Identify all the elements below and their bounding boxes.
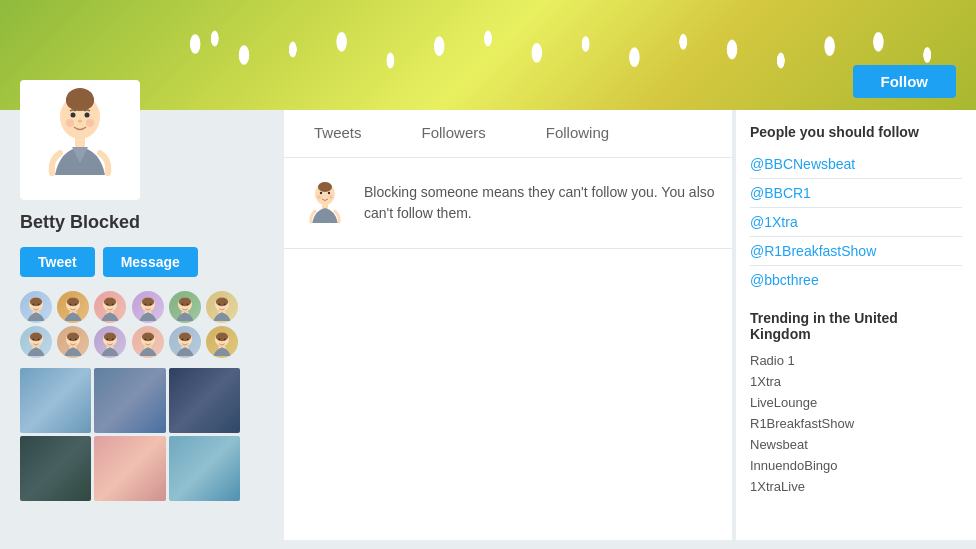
- svg-point-42: [33, 339, 35, 341]
- photo-cell-3: [169, 368, 240, 433]
- svg-point-37: [218, 304, 220, 306]
- svg-point-62: [181, 339, 183, 341]
- trending-item-1xtra[interactable]: 1Xtra: [750, 371, 962, 392]
- photo-cell-2: [94, 368, 165, 433]
- mini-avatar-3: [94, 291, 126, 323]
- mini-avatar-10: [132, 326, 164, 358]
- mini-avatar-9: [94, 326, 126, 358]
- svg-point-17: [70, 304, 72, 306]
- svg-point-46: [67, 332, 79, 341]
- mini-avatar-11: [169, 326, 201, 358]
- trending-item-livelounge[interactable]: LiveLounge: [750, 392, 962, 413]
- main-layout: Betty Blocked Tweet Message: [0, 110, 976, 540]
- svg-point-38: [224, 304, 226, 306]
- svg-point-51: [104, 332, 116, 341]
- svg-point-26: [141, 297, 153, 306]
- svg-point-3: [66, 91, 94, 111]
- mini-avatar-8: [57, 326, 89, 358]
- svg-point-6: [78, 120, 82, 123]
- svg-point-31: [179, 297, 191, 306]
- mini-avatar-12: [206, 326, 238, 358]
- svg-point-32: [181, 304, 183, 306]
- sidebar-handle-bbcr1[interactable]: @BBCR1: [750, 179, 962, 208]
- svg-point-75: [328, 192, 330, 194]
- svg-point-66: [216, 332, 228, 341]
- tweet-button[interactable]: Tweet: [20, 247, 95, 277]
- svg-point-5: [85, 113, 90, 118]
- tab-followers[interactable]: Followers: [392, 110, 516, 157]
- svg-point-36: [216, 297, 228, 306]
- follow-section-title: People you should follow: [750, 124, 962, 140]
- message-button[interactable]: Message: [103, 247, 198, 277]
- svg-point-47: [70, 339, 72, 341]
- avatar: [20, 80, 140, 200]
- sidebar-handle-bbcnewsbeat[interactable]: @BBCNewsbeat: [750, 150, 962, 179]
- block-message: Blocking someone means they can't follow…: [284, 158, 732, 249]
- photo-grid: [20, 368, 240, 501]
- mini-avatar-1: [20, 291, 52, 323]
- trending-item-1xtralive[interactable]: 1XtraLive: [750, 476, 962, 497]
- svg-point-13: [38, 304, 40, 306]
- trending-item-newsbeat[interactable]: Newsbeat: [750, 434, 962, 455]
- svg-point-27: [144, 304, 146, 306]
- sidebar-handle-r1breakfastshow[interactable]: @R1BreakfastShow: [750, 237, 962, 266]
- svg-point-73: [318, 182, 332, 192]
- svg-point-68: [224, 339, 226, 341]
- svg-point-16: [67, 297, 79, 306]
- svg-point-18: [75, 304, 77, 306]
- svg-point-21: [104, 297, 116, 306]
- photo-cell-4: [20, 436, 91, 501]
- svg-point-61: [179, 332, 191, 341]
- svg-point-7: [66, 119, 74, 127]
- svg-point-41: [30, 332, 42, 341]
- mini-avatar-5: [169, 291, 201, 323]
- right-sidebar: People you should follow @BBCNewsbeat@BB…: [736, 110, 976, 540]
- svg-point-74: [320, 192, 322, 194]
- svg-point-48: [75, 339, 77, 341]
- profile-name: Betty Blocked: [20, 212, 260, 233]
- left-sidebar: Betty Blocked Tweet Message: [0, 110, 280, 540]
- svg-point-12: [33, 304, 35, 306]
- center-content: TweetsFollowersFollowing Blocking someon…: [284, 110, 732, 540]
- trending-title: Trending in the United Kingdom: [750, 310, 962, 342]
- action-buttons: Tweet Message: [20, 247, 260, 277]
- trending-item-r1breakfastshow[interactable]: R1BreakfastShow: [750, 413, 962, 434]
- photo-cell-1: [20, 368, 91, 433]
- banner-decoration: [0, 0, 976, 110]
- svg-point-28: [149, 304, 151, 306]
- svg-point-22: [107, 304, 109, 306]
- mini-avatar-4: [132, 291, 164, 323]
- svg-point-4: [71, 113, 76, 118]
- mini-avatar-6: [206, 291, 238, 323]
- tab-tweets[interactable]: Tweets: [284, 110, 392, 157]
- trending-list: Radio 11XtraLiveLoungeR1BreakfastShowNew…: [750, 350, 962, 497]
- svg-point-63: [186, 339, 188, 341]
- photo-cell-6: [169, 436, 240, 501]
- profile-banner: Follow: [0, 0, 976, 110]
- mini-avatar-7: [20, 326, 52, 358]
- svg-point-56: [141, 332, 153, 341]
- svg-point-76: [317, 195, 321, 199]
- svg-point-52: [107, 339, 109, 341]
- sidebar-handle-bbcthree[interactable]: @bbcthree: [750, 266, 962, 294]
- trending-item-radio-1[interactable]: Radio 1: [750, 350, 962, 371]
- handles-list: @BBCNewsbeat@BBCR1@1Xtra@R1BreakfastShow…: [750, 150, 962, 294]
- tab-following[interactable]: Following: [516, 110, 639, 157]
- follow-button[interactable]: Follow: [853, 65, 957, 98]
- following-avatars-grid: [20, 291, 240, 358]
- sidebar-handle-1xtra[interactable]: @1Xtra: [750, 208, 962, 237]
- svg-point-57: [144, 339, 146, 341]
- mini-avatar-2: [57, 291, 89, 323]
- trending-item-innuendobingo[interactable]: InnuendoBingo: [750, 455, 962, 476]
- svg-rect-9: [75, 137, 85, 147]
- svg-point-33: [186, 304, 188, 306]
- block-text: Blocking someone means they can't follow…: [364, 182, 716, 224]
- svg-point-53: [112, 339, 114, 341]
- svg-point-23: [112, 304, 114, 306]
- svg-point-8: [86, 119, 94, 127]
- photo-cell-5: [94, 436, 165, 501]
- svg-point-77: [329, 195, 333, 199]
- svg-point-67: [218, 339, 220, 341]
- svg-point-11: [30, 297, 42, 306]
- svg-point-43: [38, 339, 40, 341]
